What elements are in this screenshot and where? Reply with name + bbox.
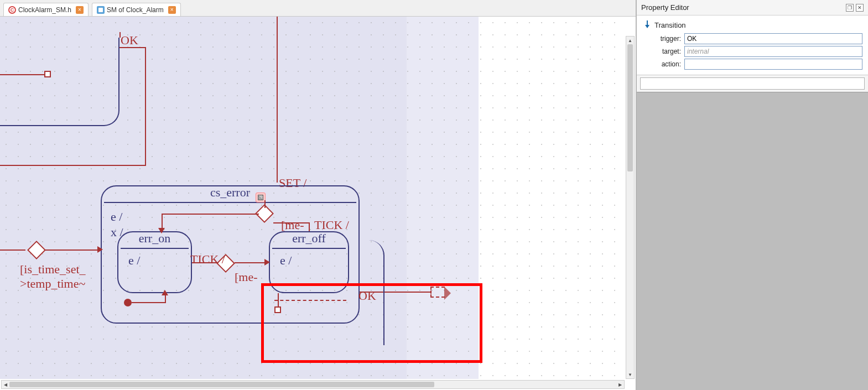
target-field-label: target: <box>642 48 681 55</box>
scroll-right-arrow-icon[interactable]: ▶ <box>616 381 624 388</box>
move-handle-icon <box>258 195 263 200</box>
transition-line <box>119 47 145 48</box>
transition-tick-label: TICK / <box>314 218 349 232</box>
target-input[interactable] <box>684 46 862 57</box>
transition-line <box>162 214 259 215</box>
statemachine-file-icon <box>97 6 105 14</box>
scroll-track[interactable] <box>9 381 616 388</box>
transition-line <box>277 17 278 183</box>
scroll-down-arrow-icon[interactable]: ▼ <box>626 371 634 378</box>
transition-endpoint-square <box>44 71 51 77</box>
transition-line <box>0 74 44 75</box>
close-icon[interactable]: ✕ <box>856 4 864 12</box>
diagram-canvas[interactable]: OK SET / cs_error e / x / <box>0 17 636 390</box>
action-field-label: action: <box>642 60 681 68</box>
action-input[interactable] <box>684 59 862 70</box>
guard-label: [me- <box>281 218 304 232</box>
element-type-label: Transition <box>654 21 686 29</box>
transition-line <box>145 47 146 166</box>
transition-line <box>309 222 310 231</box>
vertical-scrollbar[interactable]: ▲ ▼ <box>626 36 635 379</box>
outer-state-corner <box>0 38 119 126</box>
transition-ok-label: OK <box>121 33 138 48</box>
restore-window-icon[interactable]: ❐ <box>846 4 854 12</box>
scroll-thumb[interactable] <box>627 44 633 171</box>
close-icon[interactable]: × <box>168 6 176 14</box>
editor-tab-bar: C ClockAlarm_SM.h × SM of Clock_Alarm × <box>0 0 636 17</box>
action-text-area[interactable] <box>640 77 865 90</box>
transition-icon <box>642 19 652 31</box>
scroll-thumb[interactable] <box>9 382 434 387</box>
close-icon[interactable]: × <box>76 6 84 14</box>
horizontal-scrollbar[interactable]: ◀ ▶ <box>1 380 625 389</box>
state-title-separator <box>104 202 356 203</box>
scroll-up-arrow-icon[interactable]: ▲ <box>626 37 634 44</box>
tab-clockalarm-sm-h[interactable]: C ClockAlarm_SM.h × <box>3 3 89 16</box>
trigger-input[interactable] <box>684 33 862 44</box>
trigger-field-label: trigger: <box>642 35 681 43</box>
tab-sm-of-clock-alarm[interactable]: SM of Clock_Alarm × <box>92 3 181 16</box>
state-name-label: cs_error <box>102 185 358 200</box>
property-editor-title-bar: Property Editor ❐ ✕ <box>637 0 868 15</box>
property-editor-panel: Property Editor ❐ ✕ Transition trigger: … <box>636 0 868 390</box>
tab-label: ClockAlarm_SM.h <box>18 3 71 17</box>
property-editor-empty-area <box>637 92 868 390</box>
entry-action-label: e / <box>111 210 122 224</box>
scroll-track[interactable] <box>626 44 634 371</box>
annotation-highlight-box <box>261 283 482 363</box>
scroll-left-arrow-icon[interactable]: ◀ <box>2 381 9 388</box>
panel-title: Property Editor <box>641 0 689 15</box>
state-machine-diagram[interactable]: OK SET / cs_error e / x / <box>0 17 625 379</box>
arrowhead-icon <box>158 228 165 233</box>
transition-line <box>264 200 266 208</box>
transition-line <box>0 165 145 166</box>
c-file-icon: C <box>8 6 16 14</box>
tab-label: SM of Clock_Alarm <box>107 3 164 17</box>
